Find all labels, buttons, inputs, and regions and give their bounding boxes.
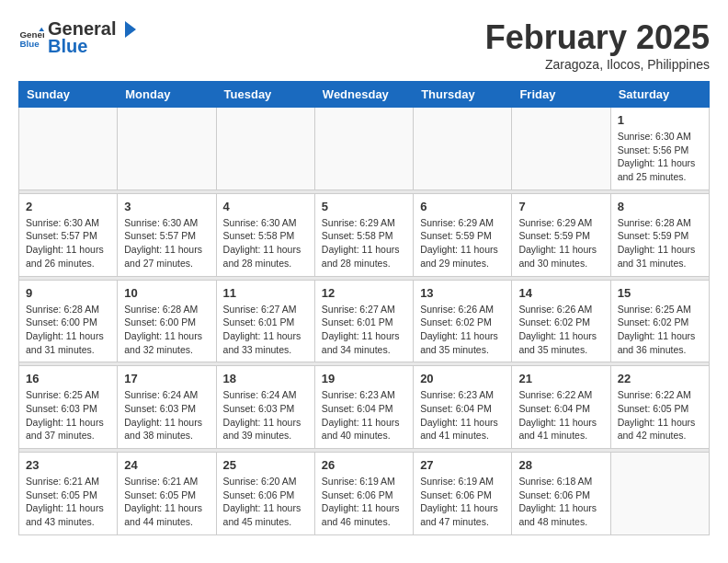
calendar-day-cell: 14Sunrise: 6:26 AM Sunset: 6:02 PM Dayli… [512,280,610,362]
day-number: 26 [322,458,406,472]
calendar-day-cell: 28Sunrise: 6:18 AM Sunset: 6:06 PM Dayli… [512,453,610,535]
calendar-day-cell: 25Sunrise: 6:20 AM Sunset: 6:06 PM Dayli… [216,453,314,535]
day-info: Sunrise: 6:29 AM Sunset: 5:58 PM Dayligh… [322,216,406,270]
calendar-day-cell [19,108,118,190]
calendar-day-cell: 7Sunrise: 6:29 AM Sunset: 5:59 PM Daylig… [512,193,610,276]
weekday-header-thursday: Thursday [414,82,512,108]
calendar-day-cell [314,108,413,190]
day-info: Sunrise: 6:24 AM Sunset: 6:03 PM Dayligh… [223,388,308,442]
day-info: Sunrise: 6:28 AM Sunset: 6:00 PM Dayligh… [124,303,209,357]
calendar-day-cell: 6Sunrise: 6:29 AM Sunset: 5:59 PM Daylig… [414,193,512,276]
day-info: Sunrise: 6:25 AM Sunset: 6:02 PM Dayligh… [618,303,702,357]
calendar-day-cell [512,108,610,190]
day-number: 24 [124,458,209,472]
logo: General Blue General Blue [18,18,138,57]
calendar-day-cell: 21Sunrise: 6:22 AM Sunset: 6:04 PM Dayli… [512,366,610,449]
calendar-day-cell: 12Sunrise: 6:27 AM Sunset: 6:01 PM Dayli… [314,280,413,362]
weekday-header-tuesday: Tuesday [216,82,314,108]
calendar-day-cell: 9Sunrise: 6:28 AM Sunset: 6:00 PM Daylig… [19,280,118,362]
calendar-day-cell: 18Sunrise: 6:24 AM Sunset: 6:03 PM Dayli… [216,366,314,449]
day-info: Sunrise: 6:18 AM Sunset: 6:06 PM Dayligh… [518,475,603,529]
day-number: 27 [420,458,505,472]
day-info: Sunrise: 6:22 AM Sunset: 6:04 PM Dayligh… [518,388,603,442]
day-number: 21 [518,372,603,385]
calendar-day-cell: 17Sunrise: 6:24 AM Sunset: 6:03 PM Dayli… [118,366,216,449]
day-number: 1 [618,113,702,127]
calendar-day-cell [118,108,216,190]
calendar-day-cell: 23Sunrise: 6:21 AM Sunset: 6:05 PM Dayli… [19,453,118,535]
day-info: Sunrise: 6:23 AM Sunset: 6:04 PM Dayligh… [322,388,406,442]
day-number: 3 [124,200,209,213]
day-number: 8 [618,200,702,213]
calendar-week-row: 16Sunrise: 6:25 AM Sunset: 6:03 PM Dayli… [19,366,710,449]
day-info: Sunrise: 6:27 AM Sunset: 6:01 PM Dayligh… [322,303,406,357]
calendar-day-cell: 15Sunrise: 6:25 AM Sunset: 6:02 PM Dayli… [610,280,709,362]
calendar-day-cell: 26Sunrise: 6:19 AM Sunset: 6:06 PM Dayli… [314,453,413,535]
svg-marker-3 [125,21,136,38]
day-info: Sunrise: 6:27 AM Sunset: 6:01 PM Dayligh… [223,303,308,357]
weekday-header-wednesday: Wednesday [314,82,413,108]
calendar-day-cell: 5Sunrise: 6:29 AM Sunset: 5:58 PM Daylig… [314,193,413,276]
calendar-day-cell: 27Sunrise: 6:19 AM Sunset: 6:06 PM Dayli… [414,453,512,535]
day-info: Sunrise: 6:26 AM Sunset: 6:02 PM Dayligh… [420,303,505,357]
day-number: 5 [322,200,406,213]
calendar-header-row: SundayMondayTuesdayWednesdayThursdayFrid… [19,82,710,108]
calendar-day-cell: 16Sunrise: 6:25 AM Sunset: 6:03 PM Dayli… [19,366,118,449]
calendar-day-cell: 13Sunrise: 6:26 AM Sunset: 6:02 PM Dayli… [414,280,512,362]
calendar-day-cell: 8Sunrise: 6:28 AM Sunset: 5:59 PM Daylig… [610,193,709,276]
location-subtitle: Zaragoza, Ilocos, Philippines [485,57,710,72]
calendar-week-row: 9Sunrise: 6:28 AM Sunset: 6:00 PM Daylig… [19,280,710,362]
day-info: Sunrise: 6:23 AM Sunset: 6:04 PM Dayligh… [420,388,505,442]
calendar-day-cell: 10Sunrise: 6:28 AM Sunset: 6:00 PM Dayli… [118,280,216,362]
day-number: 2 [26,200,110,213]
day-number: 10 [124,286,209,300]
day-info: Sunrise: 6:28 AM Sunset: 5:59 PM Dayligh… [618,216,702,270]
day-info: Sunrise: 6:19 AM Sunset: 6:06 PM Dayligh… [322,475,406,529]
day-number: 12 [322,286,406,300]
weekday-header-friday: Friday [512,82,610,108]
weekday-header-saturday: Saturday [610,82,709,108]
day-number: 18 [223,372,308,385]
header: General Blue General Blue February 2025 … [18,18,710,72]
day-number: 11 [223,286,308,300]
day-number: 23 [26,458,110,472]
day-number: 15 [618,286,702,300]
day-number: 7 [518,200,603,213]
calendar-day-cell [414,108,512,190]
day-info: Sunrise: 6:25 AM Sunset: 6:03 PM Dayligh… [26,388,110,442]
day-info: Sunrise: 6:30 AM Sunset: 5:56 PM Dayligh… [618,130,702,184]
day-info: Sunrise: 6:30 AM Sunset: 5:58 PM Dayligh… [223,216,308,270]
day-number: 4 [223,200,308,213]
calendar-table: SundayMondayTuesdayWednesdayThursdayFrid… [18,81,710,535]
calendar-day-cell: 19Sunrise: 6:23 AM Sunset: 6:04 PM Dayli… [314,366,413,449]
day-info: Sunrise: 6:21 AM Sunset: 6:05 PM Dayligh… [124,475,209,529]
calendar-day-cell [610,453,709,535]
day-number: 25 [223,458,308,472]
day-info: Sunrise: 6:29 AM Sunset: 5:59 PM Dayligh… [420,216,505,270]
day-info: Sunrise: 6:20 AM Sunset: 6:06 PM Dayligh… [223,475,308,529]
calendar-day-cell: 2Sunrise: 6:30 AM Sunset: 5:57 PM Daylig… [19,193,118,276]
logo-triangle-icon [118,19,138,40]
day-info: Sunrise: 6:30 AM Sunset: 5:57 PM Dayligh… [124,216,209,270]
calendar-day-cell: 1Sunrise: 6:30 AM Sunset: 5:56 PM Daylig… [610,108,709,190]
day-number: 14 [518,286,603,300]
day-info: Sunrise: 6:19 AM Sunset: 6:06 PM Dayligh… [420,475,505,529]
month-title: February 2025 [485,18,710,57]
day-number: 6 [420,200,505,213]
calendar-day-cell: 11Sunrise: 6:27 AM Sunset: 6:01 PM Dayli… [216,280,314,362]
day-info: Sunrise: 6:29 AM Sunset: 5:59 PM Dayligh… [518,216,603,270]
calendar-day-cell: 20Sunrise: 6:23 AM Sunset: 6:04 PM Dayli… [414,366,512,449]
day-number: 17 [124,372,209,385]
day-number: 9 [26,286,110,300]
calendar-day-cell [216,108,314,190]
day-info: Sunrise: 6:21 AM Sunset: 6:05 PM Dayligh… [26,475,110,529]
weekday-header-monday: Monday [118,82,216,108]
day-number: 16 [26,372,110,385]
day-info: Sunrise: 6:26 AM Sunset: 6:02 PM Dayligh… [518,303,603,357]
calendar-day-cell: 24Sunrise: 6:21 AM Sunset: 6:05 PM Dayli… [118,453,216,535]
logo-icon: General Blue [18,25,44,51]
calendar-week-row: 2Sunrise: 6:30 AM Sunset: 5:57 PM Daylig… [19,193,710,276]
day-number: 28 [518,458,603,472]
day-info: Sunrise: 6:22 AM Sunset: 6:05 PM Dayligh… [618,388,702,442]
calendar-week-row: 1Sunrise: 6:30 AM Sunset: 5:56 PM Daylig… [19,108,710,190]
